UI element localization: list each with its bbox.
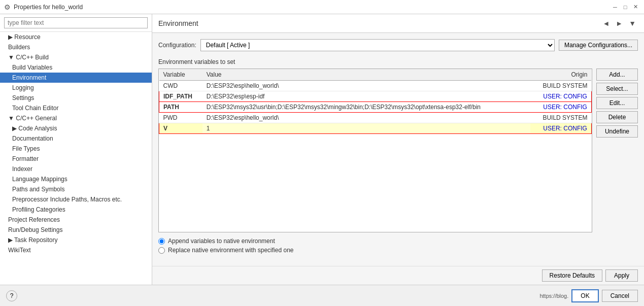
tree: ▶ ResourceBuilders▼ C/C++ BuildBuild Var… <box>0 32 152 285</box>
cancel-button[interactable]: Cancel <box>602 290 638 302</box>
panel-content: Configuration: Default [ Active ] Manage… <box>152 33 644 266</box>
tree-item-documentation[interactable]: Documentation <box>0 133 152 144</box>
right-panel: Environment ◄ ► ▼ Configuration: Default… <box>152 14 644 285</box>
bottom-bar-left: ? <box>6 290 17 301</box>
close-button[interactable]: ✕ <box>631 3 640 12</box>
tree-item-paths-and-symbols[interactable]: Paths and Symbols <box>0 184 152 194</box>
cell-origin: USER: CONFIG <box>530 102 592 113</box>
edit-button[interactable]: Edit... <box>596 97 638 109</box>
nav-dropdown-button[interactable]: ▼ <box>627 18 638 28</box>
add-button[interactable]: Add... <box>596 69 638 81</box>
tree-item-indexer[interactable]: Indexer <box>0 164 152 174</box>
radio-row-0: Append variables to native environment <box>158 237 592 245</box>
tree-item-build-variables[interactable]: Build Variables <box>0 62 152 73</box>
tree-item-project-references[interactable]: Project References <box>0 215 152 225</box>
tree-item-run-debug[interactable]: Run/Debug Settings <box>0 225 152 235</box>
left-panel: ▶ ResourceBuilders▼ C/C++ BuildBuild Var… <box>0 14 152 285</box>
tree-item-resource[interactable]: ▶ Resource <box>0 32 152 42</box>
configuration-label: Configuration: <box>158 42 196 49</box>
nav-back-button[interactable]: ◄ <box>600 18 612 28</box>
cell-variable: IDF_PATH <box>159 91 202 102</box>
restore-defaults-button[interactable]: Restore Defaults <box>542 269 602 282</box>
cell-value: D:\ESP32\esp\hello_world\ <box>202 113 530 123</box>
table-area: Variable Value Origin CWDD:\ESP32\esp\he… <box>158 69 592 260</box>
cell-origin: BUILD SYSTEM <box>530 81 592 91</box>
app-icon: ⚙ <box>4 3 11 11</box>
cell-variable: V <box>159 123 202 134</box>
tree-item-builders[interactable]: Builders <box>0 42 152 52</box>
tree-item-tool-chain-editor[interactable]: Tool Chain Editor <box>0 103 152 113</box>
bottom-right-area: https://blog. OK Cancel <box>539 289 638 302</box>
tree-item-settings[interactable]: Settings <box>0 93 152 103</box>
main-content: ▶ ResourceBuilders▼ C/C++ BuildBuild Var… <box>0 14 644 285</box>
tree-item-formatter[interactable]: Formatter <box>0 154 152 164</box>
env-table: Variable Value Origin CWDD:\ESP32\esp\he… <box>159 69 592 134</box>
env-section-label: Environment variables to set <box>158 58 638 65</box>
maximize-button[interactable]: □ <box>621 3 630 12</box>
configuration-row: Configuration: Default [ Active ] Manage… <box>158 39 638 51</box>
tree-item-environment[interactable]: Environment <box>0 73 152 83</box>
tree-item-file-types[interactable]: File Types <box>0 144 152 154</box>
apply-button[interactable]: Apply <box>605 269 638 282</box>
tree-item-cpp-build[interactable]: ▼ C/C++ Build <box>0 52 152 62</box>
bottom-bar: ? https://blog. OK Cancel <box>0 285 644 306</box>
cell-origin: USER: CONFIG <box>530 123 592 134</box>
configuration-select[interactable]: Default [ Active ] <box>200 39 555 51</box>
cell-origin: BUILD SYSTEM <box>530 113 592 123</box>
tree-item-task-repository[interactable]: ▶ Task Repository <box>0 235 152 245</box>
cell-value: 1 <box>202 123 530 134</box>
panel-bottom-buttons: Restore Defaults Apply <box>152 266 644 285</box>
tree-item-logging[interactable]: Logging <box>0 83 152 93</box>
panel-title: Environment <box>158 19 198 27</box>
url-hint: https://blog. <box>539 293 568 299</box>
radio-group: Append variables to native environmentRe… <box>158 237 592 256</box>
radio-label-0: Append variables to native environment <box>168 237 275 245</box>
title-bar: ⚙ Properties for hello_world ─ □ ✕ <box>0 0 644 14</box>
manage-configurations-button[interactable]: Manage Configurations... <box>559 40 638 51</box>
cell-variable: CWD <box>159 81 202 91</box>
cell-value: D:\ESP32\esp\hello_world\ <box>202 81 530 91</box>
radio-option-0[interactable] <box>158 238 165 245</box>
select-button[interactable]: Select... <box>596 83 638 95</box>
tree-item-profiling-categories[interactable]: Profiling Categories <box>0 205 152 215</box>
tree-item-code-analysis[interactable]: ▶ Code Analysis <box>0 123 152 133</box>
window-title: Properties for hello_world <box>14 4 83 11</box>
cell-origin: USER: CONFIG <box>530 91 592 102</box>
search-box <box>0 14 152 32</box>
col-origin: Origin <box>530 69 592 81</box>
ok-button[interactable]: OK <box>571 289 598 302</box>
cell-value: D:\ESP32\msys32\usr\bin;D:\ESP32\msys32\… <box>202 102 530 113</box>
delete-button[interactable]: Delete <box>596 111 638 123</box>
tree-item-preprocessor[interactable]: Preprocessor Include Paths, Macros etc. <box>0 194 152 205</box>
title-bar-left: ⚙ Properties for hello_world <box>4 3 83 11</box>
col-variable: Variable <box>159 69 202 81</box>
cell-value: D:\ESP32\esp\esp-idf <box>202 91 530 102</box>
tree-item-wikitext[interactable]: WikiText <box>0 245 152 255</box>
cell-variable: PATH <box>159 102 202 113</box>
tree-item-language-mappings[interactable]: Language Mappings <box>0 174 152 184</box>
action-buttons: Add...Select...Edit...DeleteUndefine <box>596 69 638 260</box>
search-input[interactable] <box>4 17 148 28</box>
env-table-container: Variable Value Origin CWDD:\ESP32\esp\he… <box>158 69 592 232</box>
minimize-button[interactable]: ─ <box>611 3 620 12</box>
radio-label-1: Replace native environment with specifie… <box>168 247 293 254</box>
nav-forward-button[interactable]: ► <box>614 18 625 28</box>
cell-variable: PWD <box>159 113 202 123</box>
col-value: Value <box>202 69 530 81</box>
tree-item-cpp-general[interactable]: ▼ C/C++ General <box>0 113 152 123</box>
title-bar-controls: ─ □ ✕ <box>611 3 640 12</box>
undefine-button[interactable]: Undefine <box>596 125 638 138</box>
table-with-buttons: Variable Value Origin CWDD:\ESP32\esp\he… <box>158 69 638 260</box>
panel-nav: ◄ ► ▼ <box>600 18 638 28</box>
radio-row-1: Replace native environment with specifie… <box>158 247 592 254</box>
panel-header: Environment ◄ ► ▼ <box>152 14 644 33</box>
help-button[interactable]: ? <box>6 290 17 301</box>
radio-option-1[interactable] <box>158 247 165 254</box>
